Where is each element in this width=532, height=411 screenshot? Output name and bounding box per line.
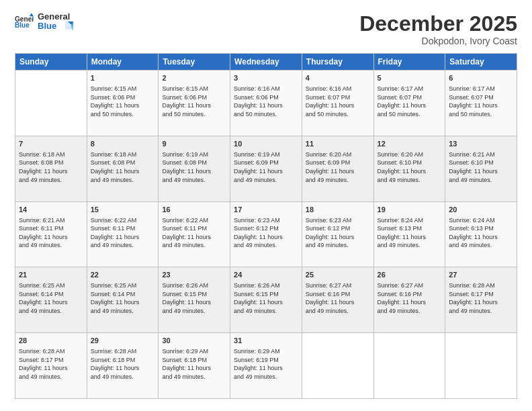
day-number: 10 — [234, 139, 298, 149]
day-number: 31 — [234, 336, 298, 346]
calendar-header-row: SundayMondayTuesdayWednesdayThursdayFrid… — [15, 54, 517, 71]
calendar-week-row: 1Sunrise: 6:15 AM Sunset: 6:06 PM Daylig… — [15, 71, 517, 136]
cell-info: Sunrise: 6:26 AM Sunset: 6:15 PM Dayligh… — [234, 281, 298, 315]
svg-text:Blue: Blue — [15, 22, 30, 30]
calendar-cell — [445, 333, 517, 399]
calendar-cell: 1Sunrise: 6:15 AM Sunset: 6:06 PM Daylig… — [87, 71, 159, 136]
calendar-cell: 8Sunrise: 6:18 AM Sunset: 6:08 PM Daylig… — [87, 136, 159, 201]
day-number: 22 — [91, 270, 155, 280]
cell-info: Sunrise: 6:25 AM Sunset: 6:14 PM Dayligh… — [91, 281, 155, 315]
calendar-cell: 9Sunrise: 6:19 AM Sunset: 6:08 PM Daylig… — [159, 136, 230, 201]
logo-wave-icon — [58, 21, 73, 31]
calendar-cell — [15, 71, 87, 136]
day-number: 1 — [91, 73, 155, 83]
cell-info: Sunrise: 6:27 AM Sunset: 6:16 PM Dayligh… — [378, 281, 442, 315]
cell-info: Sunrise: 6:19 AM Sunset: 6:08 PM Dayligh… — [162, 150, 226, 184]
day-number: 3 — [234, 73, 298, 83]
cell-info: Sunrise: 6:22 AM Sunset: 6:11 PM Dayligh… — [91, 216, 155, 250]
day-number: 17 — [234, 205, 298, 215]
logo-icon: General Blue — [15, 12, 34, 31]
cell-info: Sunrise: 6:29 AM Sunset: 6:19 PM Dayligh… — [234, 347, 298, 381]
location: Dokpodon, Ivory Coast — [359, 36, 517, 46]
cell-info: Sunrise: 6:20 AM Sunset: 6:09 PM Dayligh… — [306, 150, 370, 184]
day-number: 14 — [19, 205, 83, 215]
cell-info: Sunrise: 6:17 AM Sunset: 6:07 PM Dayligh… — [378, 85, 442, 118]
header: General Blue General Blue December 2025 — [15, 12, 517, 46]
cell-info: Sunrise: 6:19 AM Sunset: 6:09 PM Dayligh… — [234, 150, 298, 184]
cell-info: Sunrise: 6:16 AM Sunset: 6:07 PM Dayligh… — [306, 85, 370, 118]
calendar-cell: 12Sunrise: 6:20 AM Sunset: 6:10 PM Dayli… — [373, 136, 445, 201]
calendar-cell: 19Sunrise: 6:24 AM Sunset: 6:13 PM Dayli… — [373, 201, 445, 267]
day-number: 25 — [306, 270, 370, 280]
day-number: 11 — [306, 139, 370, 149]
calendar-cell: 3Sunrise: 6:16 AM Sunset: 6:06 PM Daylig… — [230, 71, 302, 136]
cell-info: Sunrise: 6:18 AM Sunset: 6:08 PM Dayligh… — [91, 150, 155, 184]
calendar-cell: 10Sunrise: 6:19 AM Sunset: 6:09 PM Dayli… — [230, 136, 302, 201]
cell-info: Sunrise: 6:24 AM Sunset: 6:13 PM Dayligh… — [449, 216, 513, 250]
day-number: 23 — [162, 270, 226, 280]
day-number: 27 — [449, 270, 513, 280]
day-of-week-header: Tuesday — [159, 54, 230, 71]
cell-info: Sunrise: 6:16 AM Sunset: 6:06 PM Dayligh… — [234, 85, 298, 118]
cell-info: Sunrise: 6:18 AM Sunset: 6:08 PM Dayligh… — [19, 150, 83, 184]
calendar-week-row: 7Sunrise: 6:18 AM Sunset: 6:08 PM Daylig… — [15, 136, 517, 201]
day-number: 12 — [378, 139, 442, 149]
day-number: 19 — [378, 205, 442, 215]
logo-general: General — [38, 12, 73, 21]
calendar-cell: 11Sunrise: 6:20 AM Sunset: 6:09 PM Dayli… — [302, 136, 373, 201]
calendar-cell: 13Sunrise: 6:21 AM Sunset: 6:10 PM Dayli… — [445, 136, 517, 201]
day-number: 16 — [162, 205, 226, 215]
cell-info: Sunrise: 6:21 AM Sunset: 6:11 PM Dayligh… — [19, 216, 83, 250]
cell-info: Sunrise: 6:22 AM Sunset: 6:11 PM Dayligh… — [162, 216, 226, 250]
calendar-page: General Blue General Blue December 2025 — [0, 0, 532, 411]
calendar-cell: 25Sunrise: 6:27 AM Sunset: 6:16 PM Dayli… — [302, 267, 373, 333]
cell-info: Sunrise: 6:25 AM Sunset: 6:14 PM Dayligh… — [19, 281, 83, 315]
cell-info: Sunrise: 6:24 AM Sunset: 6:13 PM Dayligh… — [378, 216, 442, 250]
day-of-week-header: Saturday — [445, 54, 517, 71]
cell-info: Sunrise: 6:20 AM Sunset: 6:10 PM Dayligh… — [378, 150, 442, 184]
day-number: 26 — [378, 270, 442, 280]
calendar-cell: 29Sunrise: 6:28 AM Sunset: 6:18 PM Dayli… — [87, 333, 159, 399]
calendar-cell: 20Sunrise: 6:24 AM Sunset: 6:13 PM Dayli… — [445, 201, 517, 267]
day-of-week-header: Thursday — [302, 54, 373, 71]
calendar-cell: 23Sunrise: 6:26 AM Sunset: 6:15 PM Dayli… — [159, 267, 230, 333]
day-number: 30 — [162, 336, 226, 346]
day-number: 2 — [162, 73, 226, 83]
day-number: 20 — [449, 205, 513, 215]
day-number: 21 — [19, 270, 83, 280]
logo-blue: Blue — [38, 21, 73, 31]
calendar-cell: 14Sunrise: 6:21 AM Sunset: 6:11 PM Dayli… — [15, 201, 87, 267]
calendar-cell: 7Sunrise: 6:18 AM Sunset: 6:08 PM Daylig… — [15, 136, 87, 201]
calendar-cell: 6Sunrise: 6:17 AM Sunset: 6:07 PM Daylig… — [445, 71, 517, 136]
day-number: 13 — [449, 139, 513, 149]
cell-info: Sunrise: 6:21 AM Sunset: 6:10 PM Dayligh… — [449, 150, 513, 184]
calendar-cell: 27Sunrise: 6:28 AM Sunset: 6:17 PM Dayli… — [445, 267, 517, 333]
cell-info: Sunrise: 6:15 AM Sunset: 6:06 PM Dayligh… — [91, 85, 155, 118]
day-of-week-header: Sunday — [15, 54, 87, 71]
logo: General Blue General Blue — [15, 12, 73, 32]
cell-info: Sunrise: 6:28 AM Sunset: 6:18 PM Dayligh… — [91, 347, 155, 381]
calendar-cell: 21Sunrise: 6:25 AM Sunset: 6:14 PM Dayli… — [15, 267, 87, 333]
day-of-week-header: Friday — [373, 54, 445, 71]
day-number: 15 — [91, 205, 155, 215]
cell-info: Sunrise: 6:28 AM Sunset: 6:17 PM Dayligh… — [19, 347, 83, 381]
cell-info: Sunrise: 6:15 AM Sunset: 6:06 PM Dayligh… — [162, 85, 226, 118]
cell-info: Sunrise: 6:29 AM Sunset: 6:18 PM Dayligh… — [162, 347, 226, 381]
calendar-body: 1Sunrise: 6:15 AM Sunset: 6:06 PM Daylig… — [15, 71, 517, 399]
day-number: 6 — [449, 73, 513, 83]
calendar-week-row: 28Sunrise: 6:28 AM Sunset: 6:17 PM Dayli… — [15, 333, 517, 399]
calendar-week-row: 21Sunrise: 6:25 AM Sunset: 6:14 PM Dayli… — [15, 267, 517, 333]
calendar-cell: 4Sunrise: 6:16 AM Sunset: 6:07 PM Daylig… — [302, 71, 373, 136]
cell-info: Sunrise: 6:23 AM Sunset: 6:12 PM Dayligh… — [306, 216, 370, 250]
title-block: December 2025 Dokpodon, Ivory Coast — [359, 12, 517, 46]
calendar-cell — [302, 333, 373, 399]
cell-info: Sunrise: 6:23 AM Sunset: 6:12 PM Dayligh… — [234, 216, 298, 250]
day-number: 4 — [306, 73, 370, 83]
cell-info: Sunrise: 6:27 AM Sunset: 6:16 PM Dayligh… — [306, 281, 370, 315]
day-of-week-header: Monday — [87, 54, 159, 71]
calendar-cell: 17Sunrise: 6:23 AM Sunset: 6:12 PM Dayli… — [230, 201, 302, 267]
calendar-week-row: 14Sunrise: 6:21 AM Sunset: 6:11 PM Dayli… — [15, 201, 517, 267]
svg-marker-2 — [30, 13, 34, 17]
calendar-cell: 31Sunrise: 6:29 AM Sunset: 6:19 PM Dayli… — [230, 333, 302, 399]
calendar-cell: 15Sunrise: 6:22 AM Sunset: 6:11 PM Dayli… — [87, 201, 159, 267]
